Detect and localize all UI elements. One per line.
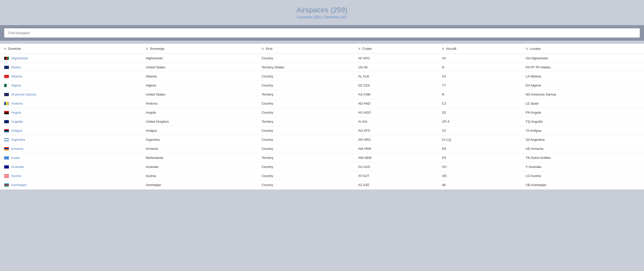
countries-link[interactable]: Countries (202) [297,15,321,19]
cell-kind: Country [258,144,354,153]
cell-codes: AL ALB [354,72,438,81]
cell-aircraft: C3 [438,99,522,108]
domicile-link[interactable]: Austria [11,174,21,178]
search-bar-wrapper [0,25,644,41]
cell-sovereign: Algeria [142,81,258,90]
table-header: ⇅ Domicile ⇅ Sovereign ⇅ Kind ⇅ Codes ⇅ [0,44,644,54]
cell-locator: Y Australia [522,162,644,171]
cell-codes: AW ABW [354,153,438,162]
airspaces-table: ⇅ Domicile ⇅ Sovereign ⇅ Kind ⇅ Codes ⇅ [0,44,644,190]
flag-icon [4,120,9,123]
domicile-link[interactable]: Australia [11,165,24,169]
cell-kind: Territory [258,153,354,162]
domicile-link[interactable]: Aruba [11,156,20,160]
domicile-link[interactable]: Afghanistan [11,56,28,60]
cell-sovereign: Albania [142,72,258,81]
search-input[interactable] [4,28,640,38]
cell-domicile: Antigua [0,126,142,135]
flag-icon [4,174,9,178]
domicile-link[interactable]: Anguilla [11,120,23,123]
cell-domicile: Alaska [0,63,142,72]
col-header-codes[interactable]: ⇅ Codes [354,44,438,54]
col-header-kind[interactable]: ⇅ Kind [258,44,354,54]
cell-kind: Territory [258,90,354,99]
flag-icon [4,129,9,132]
cell-sovereign: Azerbaijan [142,180,258,190]
flag-icon [4,57,9,60]
territories-link[interactable]: Territories (57) [324,15,347,19]
cell-codes: AI AIA [354,117,438,126]
table-row: AfghanistanAfghanistanCountryAF AFGYAOA … [0,54,644,63]
table-row: ArgentinaArgentinaCountryAR ARGLV LQSA A… [0,135,644,144]
flag-icon [4,165,9,169]
cell-locator: LA Albania [522,72,644,81]
cell-aircraft: P4 [438,153,522,162]
domicile-link[interactable]: Antigua [11,129,22,132]
flag-icon [4,66,9,69]
cell-sovereign: Netherlands [142,153,258,162]
cell-codes: AM ARM [354,144,438,153]
domicile-link[interactable]: Angola [11,111,21,114]
col-header-domicile[interactable]: ⇅ Domicile [0,44,142,54]
cell-codes: AU AUS [354,162,438,171]
cell-kind: Country [258,81,354,90]
cell-locator: LE Spain [522,99,644,108]
cell-aircraft: VP-A [438,117,522,126]
cell-kind: Country [258,126,354,135]
col-header-sovereign[interactable]: ⇅ Sovereign [142,44,258,54]
cell-kind: Country [258,180,354,190]
cell-locator: UB Azerbaijan [522,180,644,190]
page-title: Airspaces (259) [0,6,644,14]
col-header-aircraft[interactable]: ⇅ Aircraft [438,44,522,54]
cell-kind: Territory [258,117,354,126]
cell-codes: DZ DZA [354,81,438,90]
table-row: ArubaNetherlandsTerritoryAW ABWP4TN Dutc… [0,153,644,162]
table-row: AndorraAndorraCountryAD ANDC3LE Spain [0,99,644,108]
flag-icon [4,84,9,87]
cell-aircraft: D2 [438,108,522,117]
domicile-link[interactable]: Argentina [11,138,25,142]
domicile-link[interactable]: Azerbaijan [11,183,26,187]
domicile-link[interactable]: Andorra [11,102,23,105]
flag-icon [4,147,9,151]
cell-aircraft: V2 [438,126,522,135]
table-row: AlbaniaAlbaniaCountryAL ALBZALA Albania [0,72,644,81]
cell-sovereign: Afghanistan [142,54,258,63]
cell-domicile: Azerbaijan [0,180,142,190]
cell-locator: UD Armenia [522,144,644,153]
page-header: Airspaces (259) Countries (202) | Territ… [0,0,644,22]
domicile-link[interactable]: Alaska [11,65,21,69]
cell-aircraft: VH [438,162,522,171]
cell-sovereign: United Kingdom [142,117,258,126]
cell-kind: Country [258,54,354,63]
table-row: AzerbaijanAzerbaijanCountryAZ AZE4KUB Az… [0,180,644,190]
cell-domicile: Argentina [0,135,142,144]
cell-locator: TQ Anguilla [522,117,644,126]
sort-icon-domicile: ⇅ [4,47,6,51]
domicile-link[interactable]: American Samoa [11,93,36,96]
table-row: AustriaAustriaCountryAT AUTOELO Austria [0,171,644,180]
flag-icon [4,111,9,114]
cell-domicile: Anguilla [0,117,142,126]
cell-aircraft: N [438,63,522,72]
cell-kind: Country [258,162,354,171]
cell-aircraft: EK [438,144,522,153]
domicile-link[interactable]: Albania [11,74,22,78]
cell-locator: LO Austria [522,171,644,180]
cell-kind: Country [258,99,354,108]
cell-codes: AZ AZE [354,180,438,190]
sort-icon-sovereign: ⇅ [146,47,148,51]
domicile-link[interactable]: Algeria [11,83,21,87]
sort-icon-locator: ⇅ [526,47,528,51]
cell-sovereign: United States [142,63,258,72]
cell-sovereign: Armenia [142,144,258,153]
flag-icon [4,102,9,105]
cell-aircraft: 4K [438,180,522,190]
table-row: AlgeriaAlgeriaCountryDZ DZAY7DA Algeria [0,81,644,90]
sort-icon-codes: ⇅ [358,47,360,51]
cell-sovereign: Antigua [142,126,258,135]
domicile-link[interactable]: Armenia [11,147,23,151]
flag-icon [4,183,9,187]
col-header-locator[interactable]: ⇅ Locator [522,44,644,54]
flag-icon [4,75,9,78]
